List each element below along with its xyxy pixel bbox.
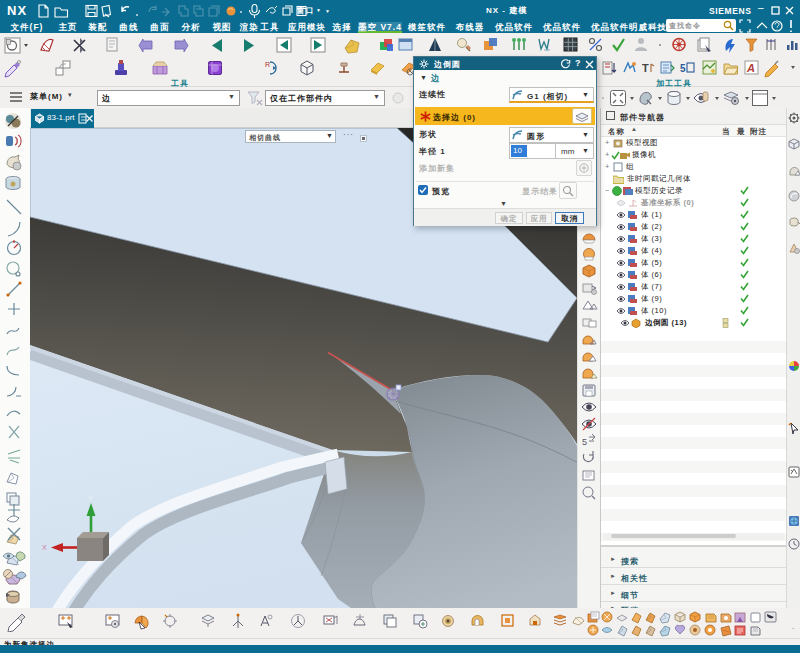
svg-text:5: 5	[582, 437, 587, 447]
svg-text:X: X	[42, 544, 47, 551]
svg-text:R: R	[265, 61, 270, 68]
svg-text:Y: Y	[88, 495, 93, 502]
svg-text:5: 5	[680, 63, 686, 74]
svg-text:A: A	[746, 62, 755, 74]
svg-text:T: T	[642, 62, 649, 74]
